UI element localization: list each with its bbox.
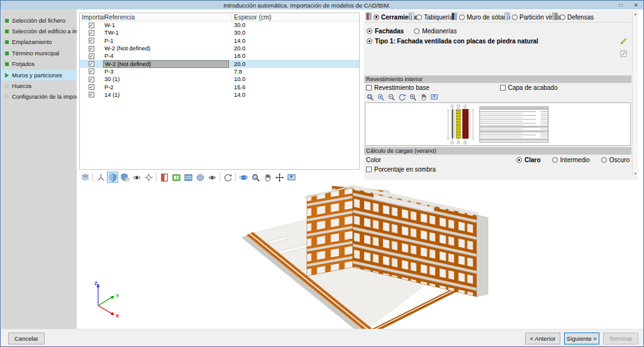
eye-icon[interactable] [131,172,142,183]
fit-view-icon[interactable] [430,92,439,102]
table-row[interactable]: ✓P-37.8 [80,68,359,75]
import-checkbox[interactable]: ✓ [89,69,94,74]
sidebar-item-label: Configuración de la importación [12,94,77,100]
pencil-icon[interactable] [619,36,628,46]
axis-x-label: X [116,313,119,319]
table-row[interactable]: ✓W-2 (Not defined)20.0 [80,60,359,67]
checkbox-icon [366,85,372,91]
shield-edit-icon[interactable] [119,172,130,183]
close-icon[interactable]: ✕ [628,1,643,9]
table-row[interactable]: ✓14 (1)14.0 [80,91,359,99]
cancel-button[interactable]: Cancelar [8,333,45,344]
zoom-window-icon[interactable] [250,172,261,183]
previous-button[interactable]: < Anterior [525,333,560,344]
revestimiento-checkboxes: Revestimiento base Capa de acabado [364,83,631,92]
espesor-cell: 10.0 [232,76,359,82]
column-header[interactable]: Referencia [103,13,232,21]
fit-screen-icon[interactable] [286,172,297,183]
edit-sheet-icon[interactable] [619,49,628,58]
pan-hand-icon[interactable] [262,172,273,183]
column-header[interactable]: Importar [80,13,103,21]
sidebar-item[interactable]: Selección del edificio a importar [1,26,77,36]
toolbar-separator [235,173,236,182]
sidebar-item[interactable]: Emplazamiento [1,37,77,48]
espesor-cell: 7.8 [232,69,359,75]
color-option[interactable]: Oscuro [601,157,630,163]
import-checkbox[interactable]: ✓ [89,46,94,52]
sidebar-item[interactable]: Selección del fichero [1,15,77,26]
fachadas-option[interactable]: Fachadas [367,28,404,35]
table-row[interactable]: ✓30 (1)10.0 [80,75,359,83]
sidebar-item[interactable]: Configuración de la importación [1,92,77,102]
shield-view-icon[interactable] [107,172,118,183]
sidebar-item[interactable]: Forjados [1,59,77,70]
color-option[interactable]: Claro [516,157,541,163]
referencia-cell: 14 (1) [104,92,119,98]
visibility-icon[interactable] [206,172,218,183]
wall-type-tab[interactable]: Defensas [552,13,594,21]
import-checkbox[interactable]: ✓ [89,30,94,36]
rotate-icon[interactable] [222,172,233,183]
sidebar-item[interactable]: Término municipal [1,48,77,58]
tipo-option[interactable]: Tipo 1: Fachada ventilada con placas de … [367,38,538,45]
axes-icon[interactable] [95,172,106,183]
import-checkbox[interactable]: ✓ [89,53,94,59]
sphere-icon[interactable] [194,172,206,183]
pan-hand-icon[interactable] [419,92,428,102]
zoom-in-icon[interactable] [408,92,418,102]
import-checkbox[interactable]: ✓ [89,61,94,67]
radio-icon [459,14,465,20]
door-red-icon[interactable] [158,172,170,183]
fachadas-option[interactable]: Medianerías [414,28,457,35]
table-row[interactable]: ✓P-215.6 [80,83,359,91]
sidebar-item-label: Término municipal [12,50,59,57]
table-row[interactable]: ✓W-130.0 [80,21,359,29]
wall-type-tab[interactable]: Muro de sótano [452,13,511,21]
window-green-icon[interactable] [170,172,182,183]
zoom-out-icon[interactable] [387,92,396,102]
import-checkbox[interactable]: ✓ [89,77,94,82]
sidebar-item[interactable]: Huecos [1,80,77,91]
scroll-down-icon[interactable]: ▼ [634,172,637,175]
table-row[interactable]: ✓P-418.0 [80,52,359,60]
column-header[interactable]: Espesor (cm) [232,13,359,21]
panel-scrollbar[interactable]: ▲ ▼ [632,11,638,177]
wall-tabiqueria-icon [409,13,414,21]
table-row[interactable]: ✓W-2 (Not defined)20.0 [80,45,359,52]
import-checkbox[interactable]: ✓ [89,38,94,43]
move-icon[interactable] [274,172,285,183]
slab-blue-icon[interactable] [182,172,194,183]
scroll-up-icon[interactable]: ▲ [634,12,637,16]
import-checkbox[interactable]: ✓ [89,23,94,28]
import-checkbox[interactable]: ✓ [89,92,94,97]
sidebar-nav: Selección del ficheroSelección del edifi… [1,9,77,329]
layers-icon[interactable] [79,172,91,183]
color-option[interactable]: Intermedio [552,157,590,163]
porcentaje-sombra-checkbox[interactable]: Porcentaje en sombra [366,166,436,173]
zoom-extents-icon[interactable] [376,92,386,102]
zoom-window-icon[interactable] [365,92,375,102]
wall-section-preview [365,102,631,146]
capa-acabado-checkbox[interactable]: Capa de acabado [498,84,632,91]
redraw-icon[interactable] [397,92,407,102]
table-row[interactable]: ✓P-114.0 [80,37,359,45]
referencia-cell: P-2 [104,84,113,91]
model-viewport[interactable]: Z Y X [79,184,638,329]
orbit-icon[interactable] [143,172,154,183]
maximize-icon[interactable]: □ [613,1,628,9]
next-button[interactable]: Siguiente > [564,333,599,344]
referencia-cell: W-2 (Not defined) [103,60,229,68]
table-row[interactable]: ✓TW-130.0 [80,29,359,36]
toolbar-separator [156,173,157,182]
wall-type-tab[interactable]: Tabiquería [409,13,453,21]
footer-bar: Cancelar < Anterior Siguiente > Terminar [1,329,643,346]
finish-button[interactable]: Terminar [603,333,638,344]
revestimiento-base-checkbox[interactable]: Revestimiento base [364,84,498,91]
radio-icon [552,157,558,163]
sidebar-item[interactable]: Muros y particiones [1,70,77,80]
import-checkbox[interactable]: ✓ [89,84,94,90]
main-area: ImportarReferenciaEspesor (cm) ✓W-130.0✓… [77,9,644,329]
sidebar-item-label: Muros y particiones [12,72,62,79]
orbit-blue-icon[interactable] [238,172,249,183]
view-toolbar [79,171,360,184]
